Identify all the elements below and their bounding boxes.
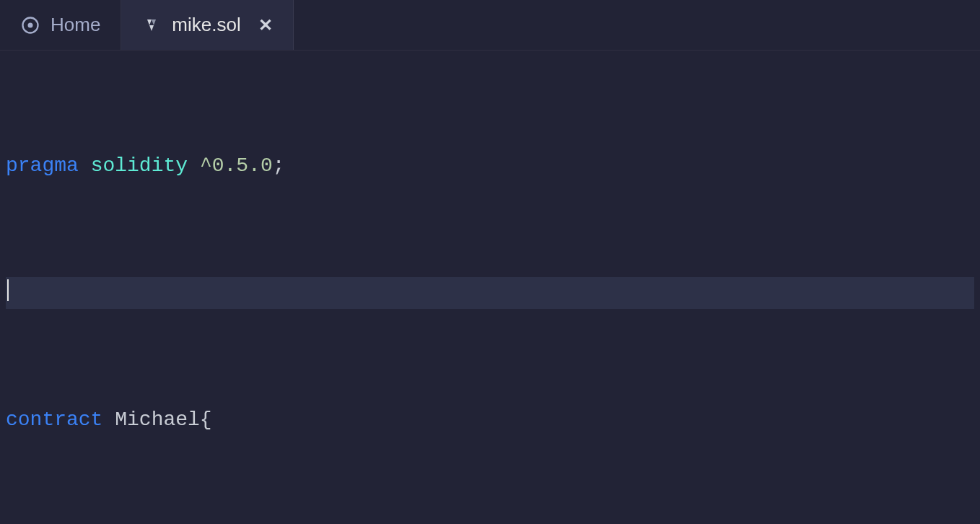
tab-mike-sol[interactable]: mike.sol ✕ (121, 0, 293, 50)
svg-point-1 (28, 22, 33, 27)
kw-pragma: pragma (6, 154, 79, 177)
svg-marker-4 (149, 25, 154, 31)
close-icon[interactable]: ✕ (251, 15, 273, 35)
tab-bar: Home mike.sol ✕ (0, 0, 980, 51)
version-literal: ^0.5.0 (200, 154, 273, 177)
text-cursor (7, 279, 9, 301)
code-line: contract Michael{ (6, 404, 974, 436)
svg-marker-2 (147, 19, 152, 25)
ident-contract-name: Michael (115, 409, 200, 431)
home-icon (20, 15, 40, 35)
code-line-current (6, 277, 974, 309)
kw-solidity: solidity (91, 154, 188, 177)
punct-semi: ; (273, 154, 285, 177)
kw-contract: contract (6, 409, 102, 431)
code-line: pragma solidity ^0.5.0; (6, 150, 974, 182)
solidity-icon (141, 15, 162, 35)
svg-marker-3 (152, 19, 156, 25)
tab-home[interactable]: Home (0, 0, 121, 50)
tab-mike-sol-label: mike.sol (172, 14, 240, 36)
punct-lbrace: { (200, 409, 212, 431)
code-editor[interactable]: pragma solidity ^0.5.0; contract Michael… (0, 51, 980, 524)
tab-home-label: Home (51, 14, 100, 36)
